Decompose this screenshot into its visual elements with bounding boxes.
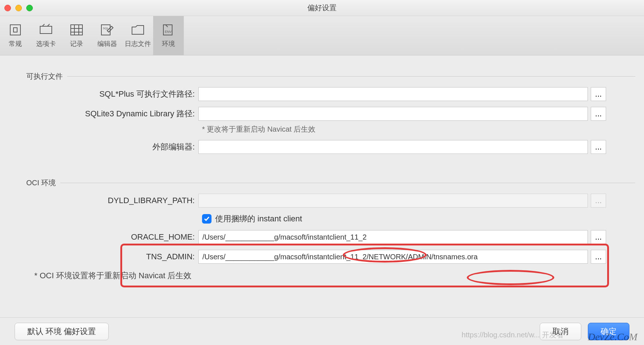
svg-rect-5	[71, 25, 82, 35]
sqlite-path-input[interactable]	[198, 107, 588, 121]
section-label: OCI 环境	[26, 178, 56, 188]
row-use-bundled: 使用捆绑的 instant client	[202, 213, 635, 224]
section-label: 可执行文件	[26, 71, 63, 81]
svg-text:ENV: ENV	[165, 30, 172, 34]
svg-rect-0	[10, 25, 20, 35]
tab-record[interactable]: 记录	[61, 16, 92, 55]
sqlite-label: SQLite3 Dynamic Library 路径:	[9, 108, 198, 119]
tns-admin-input[interactable]	[198, 250, 588, 264]
titlebar: 偏好设置	[0, 0, 644, 16]
oracle-home-label: ORACLE_HOME:	[9, 232, 198, 242]
dyld-path-input	[198, 194, 588, 208]
bottom-bar: 默认 环境 偏好设置 取消 确定	[0, 317, 644, 345]
tab-general[interactable]: 常规	[0, 16, 31, 55]
sql-edit-icon: SQL	[100, 23, 115, 36]
tab-label: 记录	[70, 39, 83, 48]
tab-logfile[interactable]: 日志文件	[123, 16, 153, 55]
tns-admin-browse-button[interactable]: ...	[591, 250, 606, 264]
general-icon	[8, 23, 23, 36]
tab-label: 常规	[9, 39, 22, 48]
grid-icon	[69, 23, 84, 36]
row-sqlplus: SQL*Plus 可执行文件路径: ...	[9, 87, 635, 101]
sqlplus-browse-button[interactable]: ...	[591, 87, 606, 101]
tab-environment[interactable]: ENV 环境	[153, 16, 184, 55]
external-editor-browse-button[interactable]: ...	[591, 140, 606, 154]
oracle-home-input[interactable]	[198, 230, 588, 244]
tab-label: 编辑器	[97, 39, 117, 48]
sqlite-browse-button[interactable]: ...	[591, 107, 606, 121]
oci-note: * OCI 环境设置将于重新启动 Navicat 后生效	[34, 270, 635, 281]
tab-label: 日志文件	[125, 39, 151, 48]
ok-button[interactable]: 确定	[588, 323, 629, 340]
row-dyld: DYLD_LIBRARY_PATH: ...	[9, 194, 635, 208]
oracle-home-browse-button[interactable]: ...	[591, 230, 606, 244]
dyld-browse-button: ...	[591, 194, 606, 208]
tab-label: 选项卡	[36, 39, 56, 48]
section-oci-title: OCI 环境	[26, 178, 635, 188]
restore-default-button[interactable]: 默认 环境 偏好设置	[15, 323, 109, 340]
svg-rect-1	[13, 28, 17, 32]
external-editor-input[interactable]	[198, 140, 588, 154]
row-oracle-home: ORACLE_HOME: ...	[9, 230, 635, 244]
use-bundled-label: 使用捆绑的 instant client	[215, 213, 302, 224]
cancel-button[interactable]: 取消	[540, 323, 581, 340]
tab-label: 环境	[162, 39, 175, 48]
content-area: 可执行文件 SQL*Plus 可执行文件路径: ... SQLite3 Dyna…	[0, 55, 644, 281]
use-bundled-checkbox[interactable]	[202, 214, 212, 224]
row-tns-admin: TNS_ADMIN: ...	[9, 250, 635, 264]
window-title: 偏好设置	[0, 3, 644, 13]
tab-tabs[interactable]: 选项卡	[31, 16, 61, 55]
svg-rect-2	[40, 26, 52, 34]
env-icon: ENV	[161, 23, 176, 36]
tab-editor[interactable]: SQL 编辑器	[92, 16, 123, 55]
sqlplus-label: SQL*Plus 可执行文件路径:	[9, 89, 198, 100]
section-executables-title: 可执行文件	[26, 71, 635, 81]
tns-admin-label: TNS_ADMIN:	[9, 252, 198, 261]
tabs-icon	[38, 23, 54, 36]
preferences-toolbar: 常规 选项卡 记录 SQL 编辑器 日志文件 ENV 环境	[0, 16, 644, 55]
external-editor-label: 外部编辑器:	[9, 142, 198, 152]
sqlite-hint: * 更改将于重新启动 Navicat 后生效	[202, 124, 635, 134]
row-external-editor: 外部编辑器: ...	[9, 140, 635, 154]
dyld-label: DYLD_LIBRARY_PATH:	[9, 196, 198, 205]
row-sqlite: SQLite3 Dynamic Library 路径: ...	[9, 107, 635, 121]
sqlplus-path-input[interactable]	[198, 87, 588, 101]
log-folder-icon	[130, 23, 146, 36]
